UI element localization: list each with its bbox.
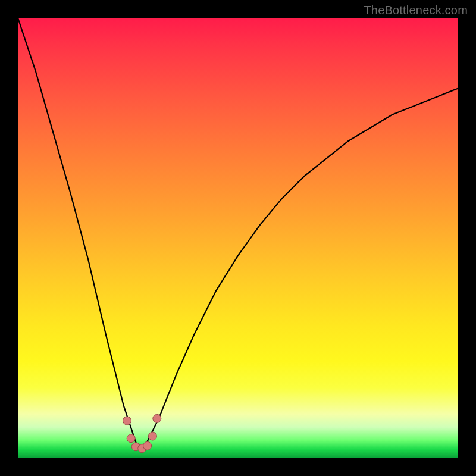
- curve-marker: [143, 441, 152, 450]
- curve-markers: [123, 414, 161, 452]
- bottleneck-curve: [18, 18, 458, 449]
- chart-plot-area: [18, 18, 458, 458]
- curve-marker: [153, 414, 161, 422]
- watermark-text: TheBottleneck.com: [364, 4, 468, 17]
- curve-marker: [148, 432, 156, 440]
- curve-marker: [127, 434, 135, 443]
- curve-marker: [123, 416, 131, 425]
- chart-svg: [18, 18, 458, 458]
- chart-frame: TheBottleneck.com: [0, 0, 476, 476]
